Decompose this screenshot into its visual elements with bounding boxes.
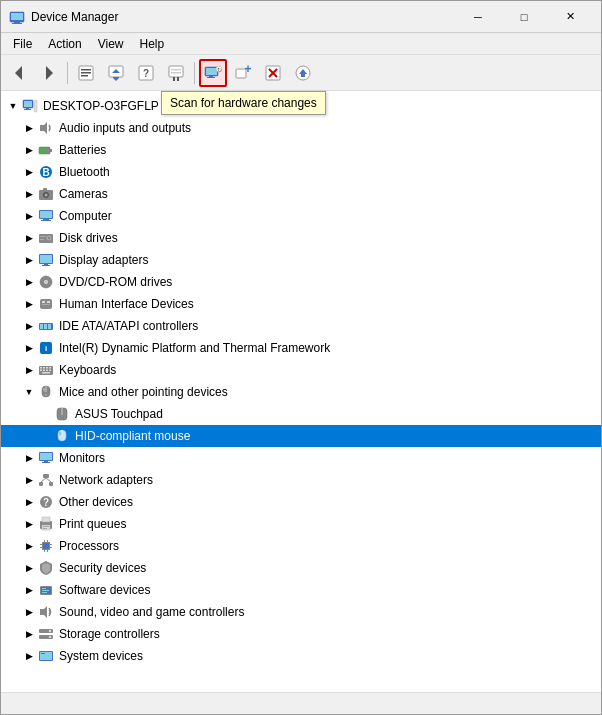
update-driver-button[interactable] [102,59,130,87]
ide-expand-icon: ▶ [21,318,37,334]
svg-rect-115 [44,550,45,552]
hid-expand-icon: ▶ [21,296,37,312]
list-item[interactable]: ▶ Sound, video and game controllers [1,601,601,623]
list-item[interactable]: ▶ DVD/CD-ROM drives [1,271,601,293]
svg-marker-40 [40,122,47,134]
computer-label: Computer [59,209,112,223]
svg-rect-97 [44,461,48,462]
list-item[interactable]: HID-compliant mouse [1,425,601,447]
add-driver-button[interactable]: + [229,59,257,87]
help-button[interactable]: ? [132,59,160,87]
minimize-button[interactable]: ─ [455,1,501,33]
svg-rect-42 [50,149,52,152]
svg-rect-79 [46,367,48,369]
list-item[interactable]: ▶ i Intel(R) Dynamic Platform and Therma… [1,337,601,359]
print-label: Print queues [59,517,126,531]
toolbar-tooltip: Scan for hardware changes [161,91,326,115]
svg-rect-114 [47,540,48,542]
svg-rect-116 [47,550,48,552]
software-expand-icon: ▶ [21,582,37,598]
menu-help[interactable]: Help [132,33,173,55]
svg-point-56 [48,237,50,239]
svg-rect-71 [40,324,43,329]
list-item[interactable]: ▶ Cameras [1,183,601,205]
svg-rect-112 [43,543,49,549]
download-button[interactable] [289,59,317,87]
bluetooth-label: Bluetooth [59,165,110,179]
svg-rect-81 [40,370,42,372]
battery-icon [37,141,55,159]
svg-point-48 [45,194,48,197]
display-icon [37,251,55,269]
audio-expand-icon: ▶ [21,120,37,136]
svg-rect-120 [50,547,52,548]
print-expand-icon: ▶ [21,516,37,532]
mice-expand-icon: ▼ [21,384,37,400]
svg-point-129 [49,630,51,632]
display-label: Display adapters [59,253,148,267]
list-item[interactable]: ▶ Display adapters [1,249,601,271]
root-expand-icon: ▼ [5,98,21,114]
list-item[interactable]: ▶ Human Interface Devices [1,293,601,315]
device-tree[interactable]: ▼ DESKTOP-O3FGFLP ▶ [1,91,601,692]
show-hidden-button[interactable] [162,59,190,87]
menu-action[interactable]: Action [40,33,89,55]
svg-rect-80 [49,367,51,369]
list-item[interactable]: ▶ Disk drives [1,227,601,249]
sound-icon [37,603,55,621]
display-expand-icon: ▶ [21,252,37,268]
storage-label: Storage controllers [59,627,160,641]
list-item[interactable]: ▶ Audio inputs and outputs [1,117,601,139]
list-item[interactable]: ▶ Network adapters [1,469,601,491]
svg-rect-58 [40,239,44,240]
svg-rect-52 [43,219,49,220]
list-item[interactable]: ASUS Touchpad [1,403,601,425]
menu-view[interactable]: View [90,33,132,55]
back-button[interactable] [5,59,33,87]
other-label: Other devices [59,495,133,509]
properties-button[interactable] [72,59,100,87]
list-item[interactable]: ▶ Storage controllers [1,623,601,645]
keyboard-icon [37,361,55,379]
svg-rect-78 [43,367,45,369]
svg-rect-67 [42,301,45,303]
forward-button[interactable] [35,59,63,87]
list-item[interactable]: ▶ Print queues [1,513,601,535]
svg-rect-51 [40,211,52,218]
svg-point-130 [49,636,51,638]
camera-icon [37,185,55,203]
mice-label: Mice and other pointing devices [59,385,228,399]
list-item[interactable]: ▶ IDE ATA/ATAPI controllers [1,315,601,337]
list-item[interactable]: ▶ System devices [1,645,601,667]
svg-marker-5 [46,66,53,80]
uninstall-button[interactable] [259,59,287,87]
close-button[interactable]: ✕ [547,1,593,33]
root-label: DESKTOP-O3FGFLP [43,99,159,113]
storage-expand-icon: ▶ [21,626,37,642]
list-item[interactable]: ▶ Security devices [1,557,601,579]
svg-rect-18 [171,72,181,74]
window-title: Device Manager [31,10,455,24]
batteries-label: Batteries [59,143,106,157]
maximize-button[interactable]: □ [501,1,547,33]
list-item[interactable]: ▶ Software devices [1,579,601,601]
list-item[interactable]: ▶ Keyboards [1,359,601,381]
list-item[interactable]: ▶ ? Other devices [1,491,601,513]
svg-rect-43 [40,148,45,153]
list-item[interactable]: ▶ Processors [1,535,601,557]
list-item[interactable]: ▶ Batteries [1,139,601,161]
svg-rect-38 [24,109,31,110]
ide-icon [37,317,55,335]
list-item[interactable]: ▼ Mice and other pointing devices [1,381,601,403]
monitors-expand-icon: ▶ [21,450,37,466]
list-item[interactable]: ▶ Computer [1,205,601,227]
list-item[interactable]: ▶ Monitors [1,447,601,469]
svg-rect-85 [42,372,50,374]
list-item[interactable]: ▶ B Bluetooth [1,161,601,183]
menu-file[interactable]: File [5,33,40,55]
svg-rect-23 [209,76,213,77]
scan-hardware-button[interactable]: ↻ [199,59,227,87]
intel-label: Intel(R) Dynamic Platform and Thermal Fr… [59,341,330,355]
svg-rect-83 [46,370,48,372]
audio-icon [37,119,55,137]
